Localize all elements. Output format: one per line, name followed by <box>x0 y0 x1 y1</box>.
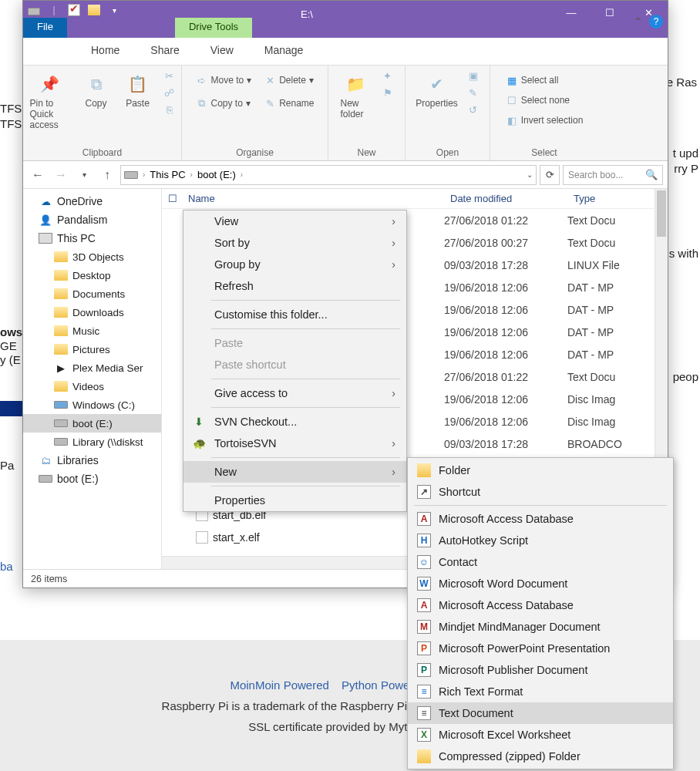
easy-access-icon: ⚑ <box>382 86 394 99</box>
col-checkbox[interactable]: ☐ <box>162 193 182 204</box>
ctx-tortoisesvn[interactable]: 🐢TortoiseSVN› <box>183 433 406 454</box>
submenu-folder[interactable]: Folder <box>408 460 673 481</box>
nav-videos[interactable]: Videos <box>23 377 161 396</box>
recent-locations-button[interactable]: ▾ <box>74 165 94 185</box>
paste-button[interactable]: 📋 Paste <box>119 69 156 112</box>
tab-view[interactable]: View <box>195 38 249 65</box>
chevron-right-icon[interactable]: › <box>237 170 246 179</box>
tab-file[interactable]: File <box>23 18 67 38</box>
ribbon-collapse-icon[interactable]: ⌃ <box>634 15 643 28</box>
col-type[interactable]: Type <box>567 193 652 204</box>
submenu-shortcut[interactable]: ↗Shortcut <box>408 481 673 503</box>
select-none-button[interactable]: ☐Select none <box>503 93 586 107</box>
invert-selection-button[interactable]: ◧Invert selection <box>503 113 586 127</box>
file-row[interactable]: start_x.elf <box>162 526 444 548</box>
paste-shortcut-button[interactable]: ⎘ <box>161 103 178 116</box>
move-to-button[interactable]: ➪Move to ▾ <box>193 73 254 87</box>
col-name[interactable]: Name <box>182 193 444 204</box>
nav-this-pc[interactable]: This PC <box>23 229 161 247</box>
breadcrumb-this-pc[interactable]: This PC <box>150 169 185 180</box>
column-headers[interactable]: ☐ Name Date modified Type <box>162 189 668 209</box>
nav-pictures[interactable]: Pictures <box>23 340 161 359</box>
nav-boot-e[interactable]: boot (E:) <box>23 414 161 433</box>
maximize-button[interactable]: ☐ <box>591 1 629 24</box>
ctx-group-by[interactable]: Group by› <box>183 254 406 275</box>
nav-onedrive[interactable]: ☁OneDrive <box>23 192 161 210</box>
cut-button[interactable]: ✂ <box>161 69 178 82</box>
properties-button[interactable]: ✔ Properties <box>414 69 460 112</box>
refresh-button[interactable]: ⟳ <box>540 165 560 185</box>
submenu-powerpoint[interactable]: PMicrosoft PowerPoint Presentation <box>408 638 673 659</box>
nav-pandalism[interactable]: 👤Pandalism <box>23 210 161 229</box>
nav-windows-c[interactable]: Windows (C:) <box>23 396 161 414</box>
navigation-pane[interactable]: ☁OneDrive 👤Pandalism This PC 3D Objects … <box>23 189 162 569</box>
history-button[interactable]: ↺ <box>465 103 482 116</box>
forward-button[interactable]: → <box>51 165 71 185</box>
new-folder-button[interactable]: 📁 New folder <box>338 69 375 123</box>
properties-icon[interactable] <box>68 4 80 16</box>
breadcrumb-dropdown-icon[interactable]: ⌄ <box>527 170 533 179</box>
ctx-refresh[interactable]: Refresh <box>183 275 406 297</box>
col-date[interactable]: Date modified <box>444 193 567 204</box>
nav-library-net[interactable]: Library (\\diskst <box>23 433 161 451</box>
nav-documents[interactable]: Documents <box>23 284 161 303</box>
access-icon: A <box>417 598 431 612</box>
new-item-button[interactable]: ✦ <box>379 69 396 82</box>
tab-home[interactable]: Home <box>76 38 135 65</box>
easy-access-button[interactable]: ⚑ <box>379 86 396 99</box>
nav-music[interactable]: Music <box>23 322 161 340</box>
chevron-right-icon[interactable]: › <box>140 170 148 179</box>
ctx-properties[interactable]: Properties <box>183 490 406 511</box>
ctx-view[interactable]: View› <box>183 210 406 232</box>
ctx-new[interactable]: New› <box>183 461 406 483</box>
submenu-text-document[interactable]: ≡Text Document <box>408 702 673 724</box>
new-folder-qat-icon[interactable] <box>88 4 100 16</box>
ctx-customise[interactable]: Customise this folder... <box>183 304 406 325</box>
pin-quick-access-button[interactable]: 📌 Pin to Quick access <box>27 69 73 133</box>
chevron-right-icon[interactable]: › <box>187 170 196 179</box>
help-icon[interactable]: ? <box>649 15 663 29</box>
search-input[interactable]: Search boo... 🔍 <box>563 165 663 185</box>
submenu-mindjet[interactable]: MMindjet MindManager Document <box>408 616 673 638</box>
nav-downloads[interactable]: Downloads <box>23 303 161 322</box>
submenu-ahk[interactable]: HAutoHotkey Script <box>408 530 673 551</box>
ctx-give-access[interactable]: Give access to› <box>183 382 406 404</box>
submenu-zip[interactable]: Compressed (zipped) Folder <box>408 746 673 767</box>
open-button[interactable]: ▣ <box>465 69 482 82</box>
minimize-button[interactable]: — <box>552 1 591 24</box>
qat-customize-icon[interactable]: ▾ <box>108 4 120 16</box>
tab-drive-tools[interactable]: Drive Tools <box>175 18 252 38</box>
delete-button[interactable]: ✕Delete ▾ <box>261 73 316 87</box>
titlebar[interactable]: | ▾ E:\ — ☐ ✕ File Drive Tools <box>23 1 668 38</box>
copy-path-button[interactable]: ☍ <box>161 86 178 99</box>
submenu-excel[interactable]: XMicrosoft Excel Worksheet <box>408 724 673 746</box>
ctx-svn-checkout[interactable]: ⬇SVN Checkout... <box>183 411 406 433</box>
ctx-sort-by[interactable]: Sort by› <box>183 232 406 254</box>
paste-icon: 📋 <box>126 72 150 96</box>
submenu-access[interactable]: AMicrosoft Access Database <box>408 508 673 530</box>
shortcut-icon: ↗ <box>417 485 431 499</box>
footer-link-moin[interactable]: MoinMoin Powered <box>230 678 328 692</box>
back-button[interactable]: ← <box>28 165 48 185</box>
submenu-publisher[interactable]: PMicrosoft Publisher Document <box>408 659 673 681</box>
submenu-rtf[interactable]: ≡Rich Text Format <box>408 681 673 702</box>
nav-desktop[interactable]: Desktop <box>23 266 161 284</box>
nav-3d-objects[interactable]: 3D Objects <box>23 247 161 266</box>
copy-to-button[interactable]: ⧉Copy to ▾ <box>193 96 254 110</box>
rename-button[interactable]: ✎Rename <box>261 96 316 110</box>
tab-share[interactable]: Share <box>135 38 194 65</box>
scrollbar-thumb[interactable] <box>657 190 666 237</box>
breadcrumb[interactable]: › This PC › boot (E:) › ⌄ <box>120 165 537 185</box>
copy-button[interactable]: ⧉ Copy <box>78 69 115 112</box>
nav-plex[interactable]: ▶Plex Media Ser <box>23 359 161 377</box>
up-button[interactable]: ↑ <box>97 165 117 185</box>
tab-manage[interactable]: Manage <box>249 38 319 65</box>
submenu-access2[interactable]: AMicrosoft Access Database <box>408 594 673 616</box>
edit-button[interactable]: ✎ <box>465 86 482 99</box>
select-all-button[interactable]: ▦Select all <box>503 73 586 87</box>
submenu-contact[interactable]: ☺Contact <box>408 551 673 573</box>
nav-libraries[interactable]: 🗂Libraries <box>23 451 161 470</box>
submenu-word[interactable]: WMicrosoft Word Document <box>408 573 673 594</box>
nav-boot-e-2[interactable]: boot (E:) <box>23 470 161 488</box>
breadcrumb-boot[interactable]: boot (E:) <box>197 169 236 180</box>
